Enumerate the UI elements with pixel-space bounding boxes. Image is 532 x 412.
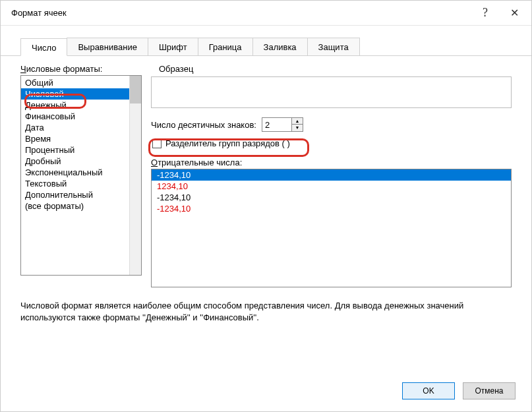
- format-list[interactable]: Общий Числовой Денежный Финансовый Дата …: [20, 75, 142, 276]
- format-item-fraction[interactable]: Дробный: [21, 156, 141, 167]
- tab-alignment[interactable]: Выравнивание: [67, 38, 148, 55]
- tab-protection[interactable]: Защита: [307, 38, 360, 55]
- format-description: Числовой формат является наиболее общим …: [20, 300, 512, 324]
- tab-strip: Число Выравнивание Шрифт Граница Заливка…: [1, 26, 531, 56]
- spinner-up-icon[interactable]: ▲: [292, 118, 303, 125]
- tab-font[interactable]: Шрифт: [148, 38, 198, 55]
- negative-item[interactable]: -1234,10: [152, 192, 511, 203]
- tab-border[interactable]: Граница: [198, 38, 253, 55]
- separator-label: Разделитель групп разрядов ( ): [165, 138, 290, 148]
- decimal-places-spinner[interactable]: ▲ ▼: [262, 117, 303, 132]
- tab-number[interactable]: Число: [20, 38, 67, 56]
- format-item-special[interactable]: Дополнительный: [21, 189, 141, 200]
- scrollbar[interactable]: [129, 76, 141, 275]
- negative-numbers-list[interactable]: -1234,10 1234,10 -1234,10 -1234,10: [151, 169, 512, 287]
- close-button[interactable]: ✕: [500, 3, 529, 23]
- format-item-time[interactable]: Время: [21, 133, 141, 144]
- dialog-buttons: OK Отмена: [402, 382, 516, 399]
- ok-button[interactable]: OK: [402, 382, 455, 399]
- scrollbar-thumb[interactable]: [130, 76, 141, 103]
- format-item-currency[interactable]: Денежный: [21, 100, 141, 111]
- separator-row: Разделитель групп разрядов ( ): [152, 138, 512, 148]
- format-item-general[interactable]: Общий: [21, 77, 141, 88]
- format-item-accounting[interactable]: Финансовый: [21, 111, 141, 122]
- sample-label: Образец: [159, 64, 512, 74]
- dialog-title: Формат ячеек: [11, 8, 471, 18]
- spinner-down-icon[interactable]: ▼: [292, 125, 303, 131]
- format-item-date[interactable]: Дата: [21, 122, 141, 133]
- format-item-text[interactable]: Текстовый: [21, 178, 141, 189]
- help-button[interactable]: ?: [471, 3, 500, 23]
- cancel-button[interactable]: Отмена: [463, 382, 516, 399]
- formats-column: Числовые форматы: Общий Числовой Денежны…: [20, 64, 142, 287]
- format-cells-dialog: Формат ячеек ? ✕ Число Выравнивание Шриф…: [0, 0, 532, 412]
- negative-item[interactable]: -1234,10: [152, 169, 511, 181]
- decimal-places-row: Число десятичных знаков: ▲ ▼: [151, 117, 512, 132]
- sample-box: [151, 76, 512, 108]
- format-item-percentage[interactable]: Процентный: [21, 144, 141, 156]
- dialog-content: Числовые форматы: Общий Числовой Денежны…: [1, 56, 531, 287]
- format-item-scientific[interactable]: Экспоненциальный: [21, 167, 141, 178]
- negative-item[interactable]: -1234,10: [152, 203, 511, 214]
- options-column: Образец Число десятичных знаков: ▲ ▼ Раз…: [151, 64, 512, 287]
- decimal-places-label: Число десятичных знаков:: [151, 120, 256, 130]
- format-item-number[interactable]: Числовой: [21, 88, 141, 100]
- decimal-places-input[interactable]: [262, 118, 291, 131]
- thousands-separator-checkbox[interactable]: [152, 139, 162, 148]
- titlebar: Формат ячеек ? ✕: [1, 1, 531, 26]
- tab-fill[interactable]: Заливка: [252, 38, 308, 55]
- format-item-custom[interactable]: (все форматы): [21, 200, 141, 212]
- formats-label: Числовые форматы:: [20, 64, 142, 74]
- negative-numbers-label: Отрицательные числа:: [151, 158, 512, 167]
- negative-item[interactable]: 1234,10: [152, 181, 511, 192]
